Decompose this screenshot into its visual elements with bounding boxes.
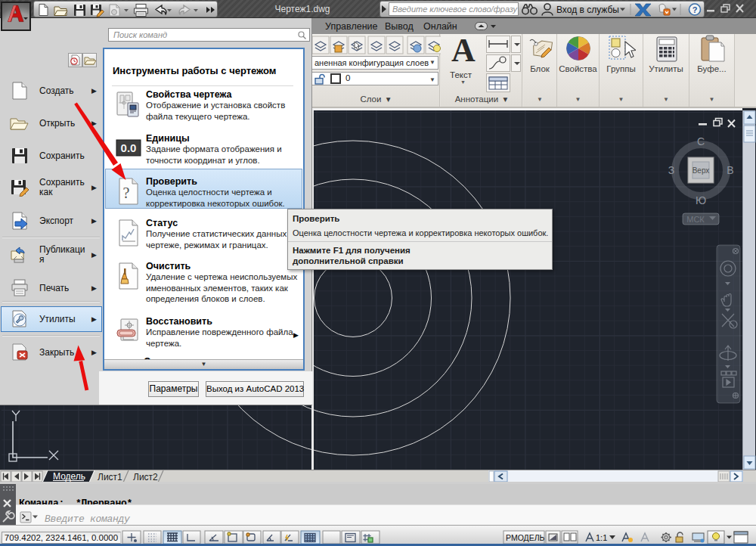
svg-text:?: ? bbox=[692, 5, 698, 14]
svg-text:Верх: Верх bbox=[692, 166, 710, 175]
svg-text:В: В bbox=[727, 164, 733, 176]
svg-text:?: ? bbox=[123, 185, 130, 201]
svg-text:0.0: 0.0 bbox=[121, 141, 137, 154]
svg-text:Вход в службы: Вход в службы bbox=[556, 5, 619, 15]
svg-text:Лист2: Лист2 bbox=[133, 472, 158, 482]
svg-text:РМОДЕЛЬ: РМОДЕЛЬ bbox=[506, 533, 545, 542]
svg-text:Лист1: Лист1 bbox=[98, 472, 122, 482]
svg-text:Ю: Ю bbox=[696, 194, 706, 206]
svg-text:Модель: Модель bbox=[53, 471, 85, 482]
svg-text:С: С bbox=[697, 135, 705, 147]
svg-text:З: З bbox=[668, 164, 674, 176]
svg-text:МСК: МСК bbox=[686, 215, 705, 224]
svg-text:1:1: 1:1 bbox=[596, 533, 607, 542]
